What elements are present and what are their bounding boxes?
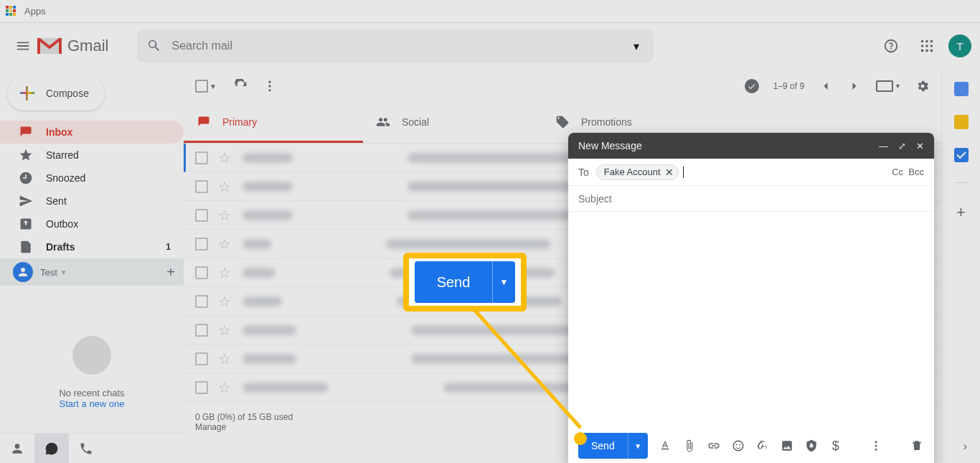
star-icon[interactable]: ☆: [218, 379, 231, 396]
tasks-app-icon[interactable]: [954, 148, 969, 162]
sidebar-item-inbox[interactable]: Inbox: [0, 121, 184, 144]
star-icon[interactable]: ☆: [218, 322, 231, 339]
insert-link-icon[interactable]: [707, 439, 721, 453]
sidebar-item-drafts[interactable]: Drafts1: [0, 235, 184, 258]
search-input[interactable]: [171, 39, 629, 52]
attach-file-icon[interactable]: [682, 439, 697, 453]
row-checkbox[interactable]: [195, 151, 208, 164]
drive-icon[interactable]: [755, 439, 770, 453]
manage-storage-link[interactable]: Manage: [195, 422, 226, 432]
insert-photo-icon[interactable]: [780, 439, 794, 453]
hangouts-chat-tab[interactable]: [34, 434, 69, 464]
apps-launcher-icon[interactable]: [913, 32, 941, 60]
compose-more-icon[interactable]: [869, 439, 883, 453]
outbox-icon: [19, 217, 33, 231]
calendar-app-icon[interactable]: [954, 82, 969, 96]
tab-social[interactable]: Social: [363, 103, 542, 143]
clock-icon: [19, 171, 33, 185]
gmail-logo[interactable]: Gmail: [37, 37, 108, 55]
star-icon[interactable]: ☆: [218, 350, 231, 368]
star-icon[interactable]: ☆: [218, 264, 231, 281]
close-icon[interactable]: ✕: [916, 141, 924, 151]
next-page-icon[interactable]: [847, 79, 862, 93]
svg-point-0: [921, 40, 924, 43]
emoji-icon[interactable]: [731, 439, 745, 453]
confidential-mode-icon[interactable]: [804, 439, 819, 453]
hamburger-menu-icon[interactable]: [9, 32, 37, 60]
sidebar-item-outbox[interactable]: Outbox: [0, 212, 184, 235]
refresh-icon[interactable]: [234, 79, 248, 93]
recipient-name: Fake Account: [604, 167, 661, 177]
input-tools-icon[interactable]: ▼: [876, 80, 901, 92]
svg-point-2: [930, 40, 933, 43]
row-checkbox[interactable]: [195, 295, 208, 308]
row-checkbox[interactable]: [195, 209, 208, 222]
compose-to-row[interactable]: To Fake Account ✕ Cc Bcc: [568, 159, 934, 186]
row-checkbox[interactable]: [195, 180, 208, 193]
recipient-chip[interactable]: Fake Account ✕: [596, 164, 679, 180]
subject-input[interactable]: [578, 193, 924, 205]
sidebar-label: Sent: [46, 195, 67, 207]
sidebar-item-snoozed[interactable]: Snoozed: [0, 167, 184, 190]
more-icon[interactable]: [263, 79, 277, 93]
tab-label: Social: [402, 116, 429, 128]
svg-point-8: [930, 50, 933, 52]
select-all-checkbox[interactable]: [195, 80, 208, 93]
svg-point-17: [875, 449, 877, 451]
send-button[interactable]: Send ▼: [578, 433, 648, 459]
account-avatar[interactable]: T: [948, 34, 971, 57]
row-checkbox[interactable]: [195, 352, 208, 365]
svg-point-7: [925, 50, 928, 52]
tab-primary[interactable]: Primary: [184, 103, 363, 143]
sidebar-item-sent[interactable]: Sent: [0, 190, 184, 212]
compose-label: Compose: [46, 88, 89, 99]
start-chat-link[interactable]: Start a new one: [0, 398, 184, 409]
compose-body[interactable]: [568, 212, 934, 429]
send-options-dropdown-icon[interactable]: ▼: [628, 433, 648, 459]
apps-grid-icon[interactable]: [6, 6, 17, 17]
star-icon: [19, 148, 33, 162]
minimize-icon[interactable]: —: [879, 141, 888, 151]
star-icon[interactable]: ☆: [218, 235, 231, 253]
new-chat-plus-icon[interactable]: +: [166, 264, 175, 281]
search-bar[interactable]: ▾: [137, 29, 654, 62]
remove-recipient-icon[interactable]: ✕: [665, 167, 674, 178]
hangouts-phone-tab[interactable]: [69, 434, 103, 464]
hangouts-bubble-icon: [72, 336, 111, 375]
tab-label: Primary: [222, 116, 257, 128]
star-icon[interactable]: ☆: [218, 293, 231, 310]
search-options-dropdown-icon[interactable]: ▾: [629, 39, 644, 53]
add-app-plus-icon[interactable]: +: [956, 203, 966, 222]
compose-button[interactable]: Compose: [7, 76, 105, 111]
sidebar-item-starred[interactable]: Starred: [0, 144, 184, 167]
cc-link[interactable]: Cc: [892, 167, 903, 177]
keep-app-icon[interactable]: [954, 115, 969, 129]
select-dropdown-icon[interactable]: ▼: [209, 83, 217, 90]
row-checkbox[interactable]: [195, 381, 208, 394]
text-format-icon[interactable]: [658, 439, 672, 453]
apps-label[interactable]: Apps: [24, 6, 46, 17]
discard-draft-icon[interactable]: [910, 439, 924, 453]
star-icon[interactable]: ☆: [218, 149, 231, 167]
row-checkbox[interactable]: [195, 324, 208, 337]
help-icon[interactable]: [877, 32, 905, 60]
chevron-down-icon: ▼: [60, 268, 67, 276]
no-chats-text: No recent chats: [0, 388, 184, 398]
collapse-sidepanel-icon[interactable]: ›: [963, 440, 967, 453]
settings-gear-icon[interactable]: [915, 79, 930, 93]
compose-subject-row[interactable]: [568, 186, 934, 212]
bcc-link[interactable]: Bcc: [908, 167, 924, 177]
row-checkbox[interactable]: [195, 266, 208, 279]
hangouts-contacts-tab[interactable]: [0, 434, 34, 464]
money-icon[interactable]: $: [829, 439, 843, 453]
star-icon[interactable]: ☆: [218, 207, 231, 224]
prev-page-icon[interactable]: [819, 79, 833, 93]
fullscreen-icon[interactable]: ⤢: [898, 141, 906, 151]
compose-header[interactable]: New Message — ⤢ ✕: [568, 133, 934, 159]
svg-point-3: [921, 45, 924, 47]
star-icon[interactable]: ☆: [218, 178, 231, 195]
row-checkbox[interactable]: [195, 238, 208, 251]
svg-point-15: [875, 441, 877, 443]
svg-point-4: [925, 45, 928, 47]
hangouts-user-row[interactable]: Test ▼ +: [0, 258, 184, 286]
